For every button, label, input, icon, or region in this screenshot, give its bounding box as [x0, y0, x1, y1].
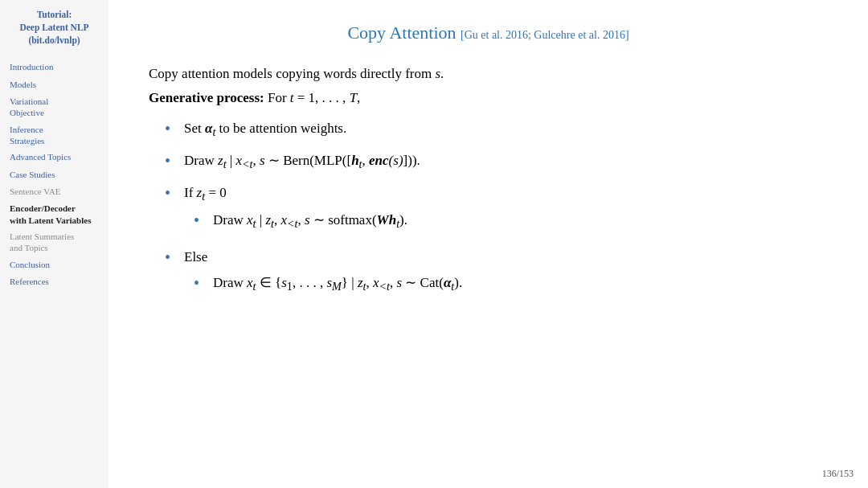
- sidebar-item-advanced[interactable]: Advanced Topics: [6, 150, 102, 165]
- bullet-item-2: • Draw zt | x<t, s ∼ Bern(MLP([ht, enc(s…: [165, 150, 828, 174]
- sidebar-item-introduction[interactable]: Introduction: [6, 59, 102, 75]
- bullet-list: • Set αt to be attention weights. • Draw…: [149, 117, 828, 309]
- slide-title: Copy Attention [Gu et al. 2016; Gulcehre…: [149, 23, 828, 43]
- bullet-dot-2: •: [165, 150, 176, 172]
- page-number: 136/153: [822, 468, 854, 480]
- sub-bullet-dot-3: •: [194, 209, 205, 232]
- bullet-text-1: Set αt to be attention weights.: [184, 117, 346, 141]
- bullet-item-3: • If zt = 0 • Draw xt | zt, x<t, s ∼ sof…: [165, 182, 828, 238]
- sub-bullet-text-4: Draw xt ∈ {s1, . . . , sM} | zt, x<t, s …: [213, 272, 462, 296]
- sidebar-item-models[interactable]: Models: [6, 77, 102, 92]
- gen-process-header: Generative process: For t = 1, . . . , T…: [149, 90, 828, 106]
- bullet-dot-1: •: [165, 117, 176, 140]
- sidebar-item-case-studies[interactable]: Case Studies: [6, 167, 102, 182]
- sidebar-item-sentence-vae[interactable]: Sentence VAE: [6, 184, 102, 199]
- bullet-item-1: • Set αt to be attention weights.: [165, 117, 828, 141]
- sidebar-title: Tutorial: Deep Latent NLP (bit.do/lvnlp): [6, 8, 102, 47]
- bullet-item-4: • Else • Draw xt ∈ {s1, . . . , sM} | zt…: [165, 246, 828, 301]
- bullet-dot-3: •: [165, 182, 176, 204]
- bullet-dot-4: •: [165, 246, 176, 269]
- slide-title-ref: [Gu et al. 2016; Gulcehre et al. 2016]: [461, 29, 629, 41]
- sub-bullet-list-3: • Draw xt | zt, x<t, s ∼ softmax(Wht).: [165, 209, 407, 238]
- sidebar: Tutorial: Deep Latent NLP (bit.do/lvnlp)…: [0, 0, 108, 488]
- sub-bullet-item-4: • Draw xt ∈ {s1, . . . , sM} | zt, x<t, …: [194, 272, 462, 296]
- sub-bullet-list-4: • Draw xt ∈ {s1, . . . , sM} | zt, x<t, …: [165, 272, 462, 301]
- bullet-text-4: Else: [184, 246, 207, 268]
- sub-bullet-text-3: Draw xt | zt, x<t, s ∼ softmax(Wht).: [213, 209, 407, 233]
- gen-process-label: Generative process:: [149, 90, 264, 105]
- bullet-text-2: Draw zt | x<t, s ∼ Bern(MLP([ht, enc(s)]…: [184, 150, 420, 174]
- sidebar-item-inference[interactable]: InferenceStrategies: [6, 122, 102, 149]
- sidebar-item-encoder-decoder[interactable]: Encoder/Decoderwith Latent Variables: [6, 201, 102, 228]
- sidebar-item-conclusion[interactable]: Conclusion: [6, 257, 102, 273]
- sub-bullet-dot-4: •: [194, 272, 205, 294]
- sidebar-item-latent-summaries[interactable]: Latent Summariesand Topics: [6, 229, 102, 256]
- main-content: Copy Attention [Gu et al. 2016; Gulcehre…: [108, 0, 868, 488]
- intro-line: Copy attention models copying words dire…: [149, 66, 828, 82]
- bullet-text-3: If zt = 0: [184, 182, 227, 206]
- sidebar-item-variational[interactable]: VariationalObjective: [6, 94, 102, 121]
- sidebar-item-references[interactable]: References: [6, 274, 102, 289]
- sub-bullet-item-3: • Draw xt | zt, x<t, s ∼ softmax(Wht).: [194, 209, 407, 233]
